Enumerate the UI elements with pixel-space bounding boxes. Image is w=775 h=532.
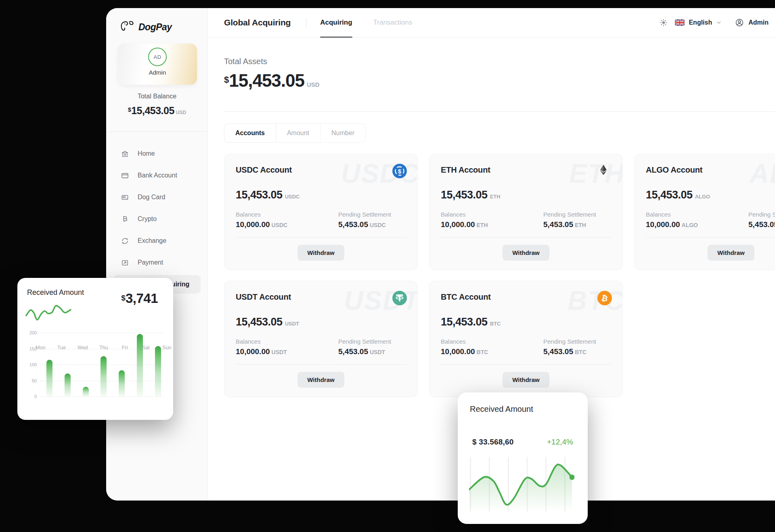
account-amount: 15,453.05ETH [441, 189, 611, 201]
balances-col: Balances 10,000.00ETH [441, 211, 488, 229]
dog-card-icon [121, 193, 129, 201]
sidebar-item-dog-card[interactable]: Dog Card [113, 188, 201, 207]
currency-symbol: $ [224, 75, 229, 85]
x-axis-label: Mon [34, 345, 47, 350]
app-window: DogPay AD Admin Total Balance $15,453.05… [106, 8, 775, 501]
dashed-divider [441, 364, 611, 365]
y-axis-tick: 200 [26, 330, 37, 335]
account-amount: 15,453.05ALGO [646, 189, 775, 201]
total-assets-label: Total Assets [224, 57, 267, 66]
sidebar-item-label: Payment [138, 259, 163, 266]
withdraw-button[interactable]: Withdraw [297, 372, 344, 388]
sidebar: DogPay AD Admin Total Balance $15,453.05… [106, 8, 208, 501]
filter-tab-number[interactable]: Number [320, 123, 366, 143]
header-separator [306, 18, 306, 27]
app-logo-text: DogPay [138, 22, 172, 33]
uk-flag-icon[interactable] [675, 19, 685, 26]
section-divider [224, 111, 775, 112]
chevron-down-icon[interactable] [716, 20, 722, 25]
payment-icon [121, 259, 129, 267]
sidebar-item-home[interactable]: Home [113, 144, 201, 163]
received-amount-weekly-card: Received Amount $3,741 200150100500 MonT… [17, 278, 173, 420]
withdraw-button[interactable]: Withdraw [503, 372, 549, 388]
page-title: Global Acquiring [224, 18, 291, 27]
pending-col: Pending Settlement 5,453.05ETH [543, 211, 611, 229]
avatar: AD [148, 48, 167, 66]
account-card-algo: ALGO ALGO Account A 15,453.05ALGO Balanc… [634, 154, 775, 270]
withdraw-button[interactable]: Withdraw [503, 245, 549, 261]
pending-col: Pending Settlement 5,453.05BTC [543, 338, 611, 356]
sidebar-item-label: Bank Account [138, 172, 177, 179]
app-logo: DogPay [106, 8, 207, 34]
account-card-usdt: USDT USDT Account 15,453.05USDT Balances… [224, 281, 418, 397]
user-icon [734, 17, 745, 28]
pending-col: Pending Settlement 5,453.05USDT [338, 338, 406, 356]
trend-area-chart [469, 457, 576, 513]
bar-tue [65, 373, 71, 396]
total-assets-value: $15,453.05USD [224, 71, 320, 91]
bar-mon [46, 360, 52, 396]
account-card-title: BTC Account [441, 292, 491, 302]
user-menu[interactable]: Admin [734, 17, 769, 28]
received-amount-trend-card: Received Amount $ 33.568,60 +12,4% [458, 392, 588, 524]
usdc-coin-icon: $ [392, 164, 407, 178]
bar-thu [101, 356, 107, 396]
x-axis-label: Wed [76, 345, 89, 350]
account-card-btc: BTC BTC Account ₿ 15,453.05BTC Balances … [429, 281, 623, 397]
trend-change-badge: +12,4% [547, 438, 573, 446]
sidebar-divider [106, 131, 208, 132]
y-axis-tick: 0 [26, 394, 37, 399]
account-card-title: USDT Account [236, 292, 291, 302]
tab-transactions[interactable]: Transactions [373, 8, 413, 38]
account-card-title: ETH Account [441, 165, 490, 175]
exchange-icon [121, 237, 129, 245]
sparkline-chart [25, 301, 73, 324]
bar-wed [83, 387, 89, 396]
sidebar-nav: HomeBank AccountDog CardCryptoExchangePa… [106, 141, 208, 296]
language-label[interactable]: English [689, 19, 712, 26]
withdraw-button[interactable]: Withdraw [297, 245, 344, 261]
header-right: English Admin [658, 17, 775, 28]
accounts-row-2: USDT USDT Account 15,453.05USDT Balances… [224, 281, 623, 397]
sidebar-item-crypto[interactable]: Crypto [113, 210, 201, 228]
sidebar-item-label: Crypto [138, 215, 157, 223]
account-card-eth: ETH ETH Account 15,453.05ETH Balances 10… [429, 154, 623, 270]
trend-values: $ 33.568,60 +12,4% [472, 438, 573, 446]
withdraw-button[interactable]: Withdraw [708, 245, 754, 261]
sidebar-item-label: Exchange [138, 237, 166, 244]
balances-col: Balances 10,000.00BTC [441, 338, 488, 356]
received-amount-title: Received Amount [470, 405, 576, 414]
bank-building-icon [121, 150, 129, 158]
sidebar-item-label: Home [138, 150, 155, 157]
trend-amount: $ 33.568,60 [472, 438, 514, 446]
balances-col: Balances 10,000.00USDT [236, 338, 287, 356]
dashed-divider [236, 364, 406, 365]
dashed-divider [441, 237, 611, 238]
dashed-divider [236, 237, 406, 238]
credit-card-icon [121, 171, 129, 179]
x-axis-label: Fri [119, 345, 131, 350]
dashed-divider [646, 237, 775, 238]
account-amount: 15,453.05USDT [236, 316, 406, 328]
sidebar-item-payment[interactable]: Payment [113, 253, 201, 272]
weekly-bar-chart: 200150100500 [26, 333, 164, 396]
sidebar-item-label: Dog Card [138, 194, 165, 201]
user-label: Admin [748, 19, 769, 26]
filter-tab-accounts[interactable]: Accounts [224, 123, 276, 143]
received-amount-total: $3,741 [121, 291, 158, 306]
main-header: Global Acquiring Acquiring Transactions [208, 8, 775, 38]
filter-tabs: Accounts Amount Number [224, 123, 366, 143]
filter-tab-amount[interactable]: Amount [276, 123, 320, 143]
account-card-title: USDC Account [236, 165, 292, 175]
currency-symbol: $ [128, 106, 131, 113]
y-axis-tick: 50 [26, 378, 37, 383]
crypto-icon [121, 215, 129, 223]
bar-sun [155, 346, 161, 396]
balances-col: Balances 10,000.00USDC [236, 211, 287, 229]
account-amount: 15,453.05BTC [441, 316, 611, 328]
bar-sat [137, 334, 143, 396]
sidebar-item-bank-account[interactable]: Bank Account [113, 166, 201, 185]
sidebar-item-exchange[interactable]: Exchange [113, 232, 201, 250]
theme-sun-icon[interactable] [658, 17, 669, 28]
tab-acquiring[interactable]: Acquiring [320, 8, 352, 38]
